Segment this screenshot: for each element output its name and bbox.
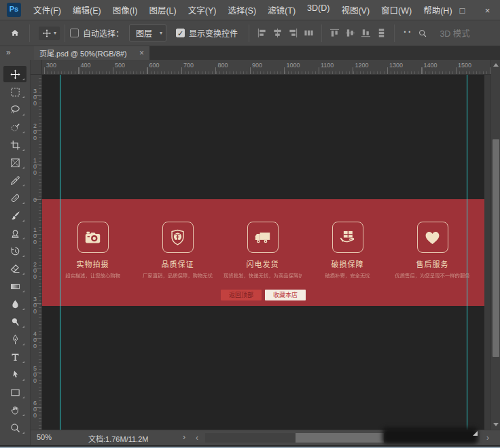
vertical-scrollbar[interactable]: [490, 60, 500, 430]
close-button[interactable]: ×: [475, 0, 500, 20]
document-canvas[interactable]: 实物拍摄如实描述，让您放心购物品质保证厂家直销，品质保障，购物无忧闪电发货现货批…: [42, 75, 484, 430]
separator: [249, 24, 249, 42]
zoom-level-field[interactable]: 50%: [37, 433, 52, 441]
ruler-label: 200: [32, 122, 37, 141]
vertical-scroll-thumb[interactable]: [493, 139, 499, 357]
tool-eyedropper[interactable]: [3, 172, 26, 188]
tool-eraser[interactable]: [3, 260, 26, 277]
tool-quick-selection[interactable]: [3, 119, 26, 135]
tool-pen[interactable]: [3, 331, 26, 347]
feature-subtitle: 现货批发，快递无忧，为商品保驾护航: [224, 271, 302, 278]
document-tab[interactable]: 页尾.psd @ 50%(RGB/8#) ×: [34, 46, 149, 60]
menu-item[interactable]: 选择(S): [228, 3, 256, 16]
menu-item[interactable]: 文件(F): [33, 3, 61, 16]
resize-grip[interactable]: [473, 431, 478, 436]
tool-spot-healing-brush[interactable]: [3, 190, 26, 206]
package-icon-box: [332, 222, 363, 253]
scroll-down-icon[interactable]: [493, 423, 499, 426]
ruler-label: 300: [46, 62, 56, 69]
tool-blur[interactable]: [3, 296, 26, 312]
tool-path-selection[interactable]: [3, 366, 26, 383]
align-bottom-icon[interactable]: [361, 28, 371, 38]
scroll-up-icon[interactable]: [493, 63, 499, 67]
align-horizontal-center-icon[interactable]: [272, 28, 283, 38]
guide-left[interactable]: [60, 75, 60, 430]
ruler-label: 600: [32, 400, 37, 418]
status-bar: 50% 文档:1.76M/11.2M › ‹ ›: [31, 430, 500, 445]
scroll-right-icon[interactable]: ›: [486, 434, 489, 441]
camera-icon-box: [77, 222, 109, 253]
minimize-button[interactable]: –: [425, 0, 450, 20]
ruler-label: 200: [32, 261, 37, 279]
favorite-shop-button[interactable]: 收藏本店: [265, 290, 306, 300]
active-tool-preset[interactable]: ▾: [39, 27, 60, 40]
tool-dodge[interactable]: [3, 313, 26, 330]
banner-buttons: 返回顶部收藏本店: [42, 290, 484, 300]
ruler-label: 800: [218, 62, 228, 69]
tool-lasso[interactable]: [3, 101, 26, 118]
feature-column: 实物拍摄如实描述，让您放心购物: [50, 222, 135, 279]
tool-rectangular-marquee[interactable]: [3, 84, 26, 100]
tool-rectangle-shape[interactable]: [3, 384, 26, 400]
toolbar-collapse-button[interactable]: »: [0, 46, 34, 60]
tool-brush[interactable]: [3, 207, 26, 224]
ruler-label: 1000: [287, 62, 300, 69]
ruler-label: 600: [149, 62, 160, 69]
scroll-left-icon[interactable]: ‹: [196, 434, 198, 441]
show-transform-checkbox[interactable]: ✓: [176, 29, 185, 37]
horizontal-scroll-thumb[interactable]: [296, 433, 384, 443]
tool-history-brush[interactable]: [3, 243, 26, 259]
menu-item[interactable]: 图层(L): [149, 3, 176, 16]
tool-crop[interactable]: [3, 137, 26, 153]
tool-zoom[interactable]: [3, 419, 26, 436]
status-expand-icon[interactable]: ›: [183, 432, 185, 442]
tool-gradient[interactable]: [3, 278, 26, 294]
guide-right[interactable]: [467, 75, 467, 430]
separator: [321, 24, 322, 42]
distribute-vertical-icon[interactable]: [376, 28, 387, 38]
menu-item[interactable]: 文字(Y): [188, 3, 217, 16]
auto-select-target-dropdown[interactable]: 图层 ▾: [129, 24, 166, 41]
feature-title: 实物拍摄: [50, 258, 135, 269]
window-bottom-edge: [0, 445, 500, 448]
ruler-label: 1300: [389, 62, 403, 69]
menu-item[interactable]: 编辑(E): [73, 3, 101, 16]
ruler-label: 400: [32, 330, 37, 349]
shield-icon: [168, 228, 187, 247]
tool-type[interactable]: [3, 349, 26, 365]
tool-move[interactable]: [3, 66, 26, 82]
chevron-down-icon: ▾: [54, 30, 56, 36]
tool-clone-stamp[interactable]: [3, 225, 26, 241]
separator: [29, 24, 30, 42]
menu-item[interactable]: 图像(I): [113, 3, 138, 16]
home-icon[interactable]: [5, 28, 24, 39]
heart-icon: [423, 228, 442, 247]
tab-close-icon[interactable]: ×: [139, 48, 144, 58]
distribute-buttons-group: [327, 28, 389, 38]
tool-hand[interactable]: [3, 402, 26, 418]
align-vertical-center-icon[interactable]: [345, 28, 355, 38]
maximize-button[interactable]: □: [450, 0, 475, 20]
align-buttons-group: [254, 28, 317, 38]
align-top-icon[interactable]: [329, 28, 340, 38]
feature-column: 品质保证厂家直销，品质保障，购物无忧: [135, 222, 220, 279]
search-icon[interactable]: [414, 29, 431, 38]
document-viewport[interactable]: 实物拍摄如实描述，让您放心购物品质保证厂家直销，品质保障，购物无忧闪电发货现货批…: [42, 75, 490, 430]
align-left-icon[interactable]: [257, 28, 267, 38]
feature-subtitle: 破损补寄，安全无忧: [308, 271, 387, 278]
more-options-icon[interactable]: ··: [404, 27, 412, 37]
camera-icon: [84, 228, 102, 247]
menu-item[interactable]: 窗口(W): [381, 3, 412, 16]
tool-frame[interactable]: [3, 154, 26, 171]
ruler-corner: [31, 60, 42, 75]
distribute-horizontal-icon[interactable]: [304, 28, 314, 38]
ruler-label: 100: [32, 226, 37, 245]
align-right-icon[interactable]: [288, 28, 298, 38]
tab-strip: 页尾.psd @ 50%(RGB/8#) ×: [34, 46, 500, 60]
back-to-top-button[interactable]: 返回顶部: [221, 290, 262, 300]
separator: [394, 24, 395, 42]
menu-item[interactable]: 3D(D): [307, 3, 329, 16]
menu-item[interactable]: 滤镜(T): [268, 3, 296, 16]
menu-item[interactable]: 视图(V): [341, 3, 370, 16]
auto-select-checkbox[interactable]: [70, 29, 79, 37]
